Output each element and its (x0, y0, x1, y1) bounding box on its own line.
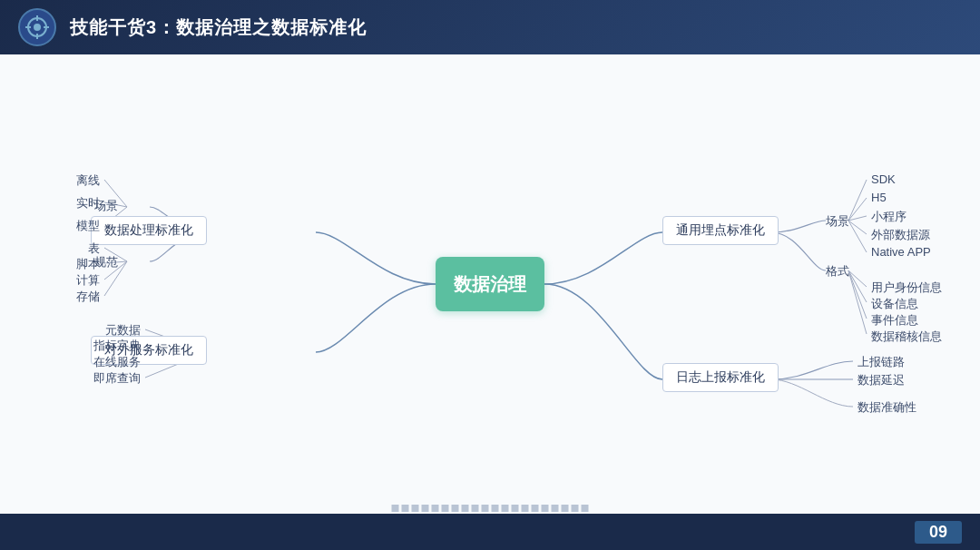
leaf-user-info: 用户身份信息 (871, 280, 942, 296)
svg-line-19 (848, 216, 867, 221)
leaf-native-app: Native APP (871, 245, 931, 259)
leaf-offline: 离线 (76, 172, 100, 189)
main-content: 数据治理 数据处理标准化 场景 规范 离线 实时 模型 表 脚本 计算 存储 对… (0, 54, 980, 514)
label-scene-right: 场景 (826, 213, 849, 230)
central-node: 数据治理 (436, 257, 544, 311)
leaf-table: 表 (88, 241, 100, 257)
leaf-external-data: 外部数据源 (871, 227, 930, 243)
leaf-model: 模型 (76, 218, 100, 234)
svg-line-18 (848, 198, 867, 221)
leaf-miniapp: 小程序 (871, 209, 906, 225)
svg-line-22 (848, 270, 867, 287)
leaf-sdk: SDK (871, 172, 896, 186)
page-number: 09 (915, 521, 962, 544)
leaf-event-info: 事件信息 (871, 312, 918, 329)
svg-line-17 (848, 180, 867, 221)
branch-tracking: 通用埋点标准化 (662, 216, 779, 245)
page-title: 技能干货3：数据治理之数据标准化 (70, 15, 367, 40)
svg-point-1 (34, 24, 41, 31)
footer: 09 (0, 514, 980, 550)
svg-line-25 (848, 270, 867, 334)
leaf-data-accuracy: 数据准确性 (858, 399, 916, 416)
leaf-h5: H5 (871, 191, 887, 204)
svg-line-20 (848, 221, 867, 234)
branch-data-processing: 数据处理标准化 (91, 216, 207, 245)
leaf-device-info: 设备信息 (871, 296, 918, 312)
leaf-compute: 计算 (76, 272, 100, 289)
label-format-right: 格式 (826, 263, 849, 280)
leaf-storage: 存储 (76, 289, 100, 305)
mindmap: 数据治理 数据处理标准化 场景 规范 离线 实时 模型 表 脚本 计算 存储 对… (36, 62, 944, 506)
leaf-online-service: 在线服务 (93, 354, 141, 370)
header: 技能干货3：数据治理之数据标准化 (0, 0, 980, 54)
leaf-data-delay: 数据延迟 (858, 372, 905, 388)
leaf-adhoc: 即席查询 (93, 370, 141, 387)
svg-line-23 (848, 270, 867, 302)
branch-log-report: 日志上报标准化 (662, 363, 779, 392)
leaf-report-chain: 上报链路 (858, 354, 905, 370)
logo (18, 8, 56, 46)
leaf-indicator: 指标字典 (93, 338, 141, 354)
svg-line-21 (848, 221, 867, 252)
footer-dots (392, 505, 589, 512)
leaf-metadata: 元数据 (105, 322, 141, 339)
svg-line-24 (848, 270, 867, 319)
leaf-realtime: 实时 (76, 195, 100, 211)
leaf-data-check: 数据稽核信息 (871, 329, 942, 345)
leaf-script: 脚本 (76, 256, 100, 272)
